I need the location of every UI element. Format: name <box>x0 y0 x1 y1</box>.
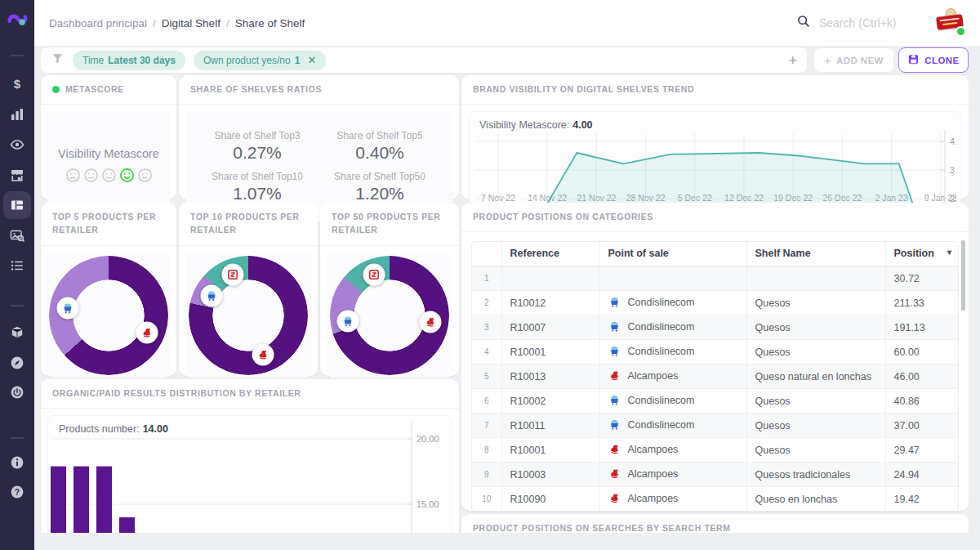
sidebar-item-dashboard-active[interactable] <box>3 191 31 219</box>
table-row[interactable]: 10R10090AlcampoesQueso en lonchas19.42 <box>472 487 959 511</box>
table-row[interactable]: 4R10001CondislinecomQuesos60.00 <box>472 340 959 364</box>
top50-donut-chart[interactable] <box>330 256 449 375</box>
cell-reference: R10001 <box>501 340 599 364</box>
card-title: TOP 5 PRODUCTS PER RETAILER <box>41 203 176 246</box>
sort-desc-icon[interactable]: ▾ <box>947 248 951 257</box>
sad-face-icon <box>65 168 81 186</box>
add-new-button[interactable]: + ADD NEW <box>813 47 894 73</box>
condis-retailer-icon <box>608 394 621 409</box>
zret-retailer-badge <box>363 263 385 285</box>
col-reference[interactable]: Reference <box>501 242 599 266</box>
svg-text:?: ? <box>15 487 20 497</box>
breadcrumb-item[interactable]: Digital Shelf <box>162 17 220 29</box>
cell-position: 191.13 <box>885 315 959 340</box>
svg-text:7 Nov 22: 7 Nov 22 <box>481 193 515 203</box>
cell-position: 40.86 <box>885 389 959 414</box>
col-point-of-sale[interactable]: Point of sale <box>599 242 746 266</box>
table-row[interactable]: 130.72 <box>472 266 959 291</box>
table-row[interactable]: 7R10011CondislinecomQuesos37.00 <box>472 414 959 438</box>
row-number: 4 <box>472 340 501 364</box>
cell-point-of-sale: Alcampoes <box>599 438 746 463</box>
cell-point-of-sale: Condislinecom <box>599 414 746 438</box>
top5-donut-chart[interactable] <box>49 256 168 375</box>
neutral-face-icon <box>101 168 117 186</box>
top5-donut-card: TOP 5 PRODUCTS PER RETAILER <box>41 203 176 376</box>
user-avatar[interactable] <box>935 8 965 38</box>
image-search-icon[interactable] <box>0 227 34 244</box>
col-position[interactable]: Position▾ <box>885 242 959 266</box>
metascore-label: Visibility Metascore <box>58 147 159 160</box>
alcampo-retailer-badge <box>419 311 441 333</box>
neutral-face-icon <box>83 168 99 186</box>
alcampo-retailer-icon <box>608 467 621 482</box>
compass-icon[interactable] <box>0 355 34 371</box>
condis-retailer-icon <box>608 296 621 311</box>
cell-reference: R10012 <box>501 291 599 315</box>
cell-reference: R10002 <box>501 389 599 414</box>
organic-legend: Products number:14.00 <box>48 416 179 442</box>
col-shelf-name[interactable]: Shelf Name <box>746 242 885 266</box>
condis-retailer-icon <box>608 320 621 335</box>
pricing-icon[interactable]: $ <box>0 76 34 92</box>
online-status-dot <box>956 26 966 37</box>
cell-position: 60.00 <box>885 340 959 364</box>
col-row-number <box>472 242 501 266</box>
status-green-dot <box>52 86 60 93</box>
filter-funnel-icon <box>51 51 65 69</box>
card-title: SHARE OF SHELVES RATIOS <box>190 83 322 96</box>
row-number: 2 <box>472 291 501 315</box>
svg-text:2.00: 2.00 <box>950 194 956 203</box>
cell-shelf-name: Quesos <box>746 414 885 438</box>
row-number: 9 <box>472 463 501 487</box>
row-number: 1 <box>472 266 501 291</box>
cell-shelf-name: Queso natural en lonchas <box>746 364 885 389</box>
save-floppy-icon <box>907 53 920 67</box>
svg-text:15.00: 15.00 <box>416 499 439 509</box>
svg-text:4.00: 4.00 <box>950 136 956 146</box>
package-cube-icon[interactable] <box>0 324 34 341</box>
filter-chip-own-product[interactable]: Own product yes/no 1 ✕ <box>194 51 326 70</box>
list-icon[interactable] <box>0 257 34 274</box>
filter-chip-time[interactable]: Time Latest 30 days <box>73 51 185 70</box>
alcampo-retailer-icon <box>608 443 621 458</box>
table-row[interactable]: 3R10007CondislinecomQuesos191.13 <box>472 315 959 340</box>
cell-shelf-name: Quesos <box>746 389 885 414</box>
viewport-clip-strip <box>34 533 980 550</box>
table-scrollbar-thumb[interactable] <box>961 240 965 311</box>
top50-donut-card: TOP 50 PRODUCTS PER RETAILER <box>320 203 459 376</box>
info-icon[interactable] <box>0 454 34 471</box>
cell-point-of-sale: Alcampoes <box>599 487 746 511</box>
table-row[interactable]: 2R10012CondislinecomQuesos211.33 <box>472 291 959 315</box>
visibility-eye-icon[interactable] <box>0 136 34 153</box>
sidebar-divider <box>11 437 24 439</box>
cell-position: 24.94 <box>885 463 959 487</box>
breadcrumb-item[interactable]: Dashboard principal <box>49 17 147 29</box>
cell-position: 30.72 <box>885 266 959 291</box>
cell-point-of-sale: Condislinecom <box>599 315 746 340</box>
add-filter-button[interactable]: + <box>788 53 797 68</box>
trend-legend: Visibility Metascore:4.00 <box>469 112 604 138</box>
table-row[interactable]: 9R10003AlcampoesQuesos tradicionales24.9… <box>472 463 959 487</box>
plus-icon: + <box>824 53 831 67</box>
app-logo[interactable] <box>0 9 34 30</box>
table-row[interactable]: 6R10002CondislinecomQuesos40.86 <box>472 389 959 414</box>
global-search[interactable] <box>796 14 927 32</box>
table-row[interactable]: 5R10013AlcampoesQueso natural en lonchas… <box>472 364 959 389</box>
topbar: Dashboard principal/Digital Shelf/Share … <box>34 0 980 46</box>
top10-donut-chart[interactable] <box>189 256 308 375</box>
row-number: 3 <box>472 315 501 340</box>
remove-filter-icon[interactable]: ✕ <box>307 54 316 66</box>
organic-bar-card: ORGANIC/PAID RESULTS DISTRIBUTION BY RET… <box>41 379 459 543</box>
table-row[interactable]: 8R10001AlcampoesQuesos29.47 <box>472 438 959 463</box>
alcampo-retailer-icon <box>608 492 621 507</box>
store-icon[interactable] <box>0 167 34 183</box>
search-icon <box>796 14 811 32</box>
sidebar-divider <box>11 305 24 306</box>
help-icon[interactable]: ? <box>0 484 34 500</box>
condis-retailer-badge <box>57 297 79 319</box>
target-power-icon[interactable] <box>0 384 34 400</box>
clone-button[interactable]: CLONE <box>898 47 969 73</box>
cell-reference: R10001 <box>501 438 599 463</box>
search-input[interactable] <box>817 16 927 30</box>
bar-chart-icon[interactable] <box>0 106 34 123</box>
